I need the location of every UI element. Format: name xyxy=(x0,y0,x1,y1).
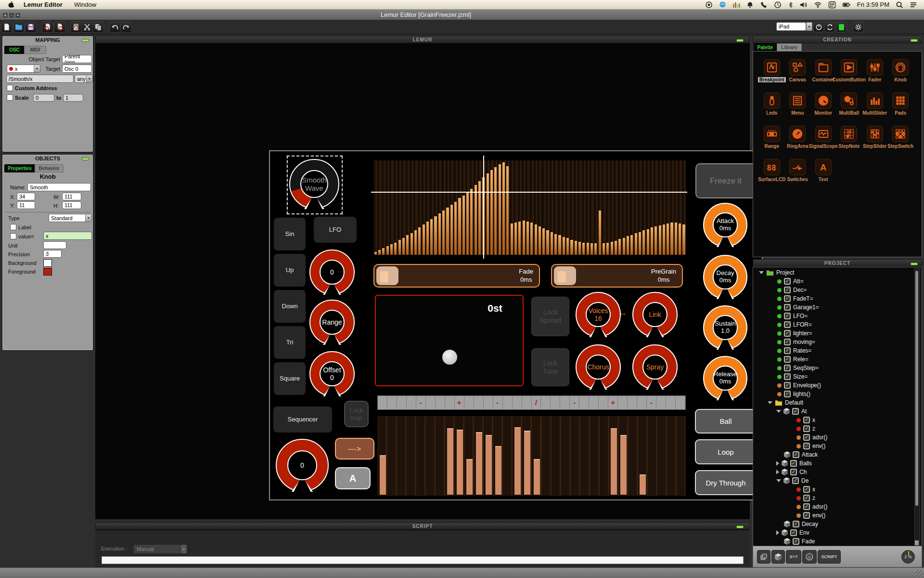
lemur-editor-canvas[interactable]: Fade 0ms PreGrain 0ms 0st Lock Spread Lo… xyxy=(95,43,750,519)
tree-checkbox[interactable]: ✓ xyxy=(784,356,791,363)
tab-palette[interactable]: Palette xyxy=(754,43,777,52)
chevron-down-icon[interactable]: ▼ xyxy=(34,65,40,72)
blue-orb-status-icon[interactable] xyxy=(719,1,726,8)
step-cell[interactable] xyxy=(464,396,474,409)
tree-item-fadet-[interactable]: ✓FadeT= xyxy=(754,294,913,303)
import-jzml-button[interactable] xyxy=(42,21,53,33)
palette-item-canvas[interactable]: Canvas xyxy=(785,59,811,92)
x-input[interactable]: 34 xyxy=(17,193,35,200)
tree-item-at[interactable]: ✓At xyxy=(754,407,913,416)
palette-item-surfacelcd[interactable]: 88SurfaceLCD xyxy=(759,159,785,192)
tree-item-x[interactable]: ✓x xyxy=(754,485,913,494)
unit-input[interactable] xyxy=(43,241,66,249)
window-title-bar[interactable]: x - + Lemur Editor [GrainFreezer.jzml] xyxy=(0,9,924,20)
palette-item-ringarea[interactable]: RingArea xyxy=(785,126,811,159)
value-checkbox[interactable] xyxy=(10,233,16,239)
tree-checkbox[interactable]: ✓ xyxy=(803,495,810,501)
new-file-button[interactable] xyxy=(1,21,13,33)
grain-sequencer-display[interactable] xyxy=(377,416,686,496)
paste-button[interactable] xyxy=(70,21,82,33)
add-object-button[interactable] xyxy=(771,550,785,564)
sin-wave-button[interactable]: Sin xyxy=(274,218,306,250)
step-cell[interactable] xyxy=(407,396,416,409)
metronome-status-icon[interactable] xyxy=(705,1,713,9)
chorus-knob[interactable]: Chorus xyxy=(576,344,621,390)
custom-address-checkbox[interactable] xyxy=(7,85,13,91)
step-cell[interactable] xyxy=(503,396,513,409)
step-cell[interactable] xyxy=(628,396,637,409)
tree-checkbox[interactable]: ✓ xyxy=(784,347,791,354)
palette-item-range[interactable]: Range xyxy=(759,126,785,159)
step-cell[interactable] xyxy=(513,396,522,409)
pregrain-slider-handle[interactable] xyxy=(554,266,576,285)
chevron-down-icon[interactable]: ▼ xyxy=(180,545,187,553)
step-cell[interactable] xyxy=(436,396,445,409)
scale-to-input[interactable]: 1 xyxy=(63,94,83,102)
tree-item-moving-[interactable]: ✓moving= xyxy=(754,338,913,346)
creation-collapse-button[interactable] xyxy=(911,39,918,42)
tri-wave-button[interactable]: Tri xyxy=(274,326,306,359)
step-cell[interactable] xyxy=(676,396,685,409)
a-mode-button[interactable]: A xyxy=(335,467,371,489)
tree-checkbox[interactable]: ✓ xyxy=(784,321,791,328)
expander-closed-icon[interactable] xyxy=(776,530,779,535)
step-cell[interactable] xyxy=(474,396,484,409)
step-cell[interactable]: + xyxy=(608,396,618,409)
pitch-xy-pad[interactable]: 0st xyxy=(375,295,524,386)
step-cell[interactable] xyxy=(397,396,407,409)
tree-item-decay[interactable]: ✓Decay xyxy=(754,520,913,528)
square-wave-button[interactable]: Square xyxy=(274,362,306,395)
tree-checkbox[interactable]: ✓ xyxy=(803,512,810,519)
tree-item-balls[interactable]: ✓Balls xyxy=(754,459,913,468)
loop-button[interactable]: Loop xyxy=(695,439,757,464)
palette-item-switches[interactable]: Switches xyxy=(785,159,811,192)
tree-checkbox[interactable]: ✓ xyxy=(803,434,810,441)
palette-item-pads[interactable]: Pads xyxy=(888,92,914,126)
tree-item-env[interactable]: ✓Env xyxy=(754,528,913,537)
palette-item-multiball[interactable]: MultiBall xyxy=(836,92,862,126)
phone-status-icon[interactable] xyxy=(760,1,768,9)
lfo-amount-knob[interactable]: 0 xyxy=(309,250,355,295)
palette-item-text[interactable]: AText xyxy=(810,159,836,192)
sustain-knob[interactable]: Sustain 1.0 xyxy=(703,305,747,350)
tree-checkbox[interactable]: ✓ xyxy=(784,304,791,311)
menu-clock[interactable]: Fri 3:59 PM xyxy=(857,1,889,8)
tree-item-env-[interactable]: ✓env() xyxy=(754,442,913,450)
chevron-down-icon[interactable]: ▼ xyxy=(85,214,91,222)
lock-tune-button[interactable]: Lock Tune xyxy=(531,348,569,386)
tab-properties[interactable]: Properties xyxy=(4,164,35,172)
step-cell[interactable] xyxy=(551,396,560,409)
add-variable-button[interactable]: X=? xyxy=(786,550,801,564)
tree-checkbox[interactable]: ✓ xyxy=(784,373,791,380)
tree-checkbox[interactable]: ✓ xyxy=(803,486,810,493)
tree-checkbox[interactable]: ✓ xyxy=(790,469,797,475)
scale-from-input[interactable]: 0 xyxy=(33,94,54,102)
step-cell[interactable] xyxy=(387,396,397,409)
undo-button[interactable] xyxy=(109,21,121,33)
spray-knob[interactable]: Spray xyxy=(632,344,678,390)
palette-item-container[interactable]: Container xyxy=(810,59,836,92)
palette-item-leds[interactable]: Leds xyxy=(759,92,785,126)
tree-item-lfo-[interactable]: ✓LFO= xyxy=(754,312,913,320)
apple-menu-icon[interactable] xyxy=(8,1,15,9)
type-select[interactable]: Standard▼ xyxy=(49,214,92,222)
palette-item-custombutton[interactable]: CustomButton xyxy=(836,59,862,92)
tree-item-default[interactable]: Default xyxy=(754,398,913,407)
project-collapse-button[interactable] xyxy=(911,263,918,265)
open-file-button[interactable] xyxy=(13,21,25,33)
tree-checkbox[interactable]: ✓ xyxy=(793,521,799,527)
mapping-collapse-button[interactable] xyxy=(82,39,89,42)
notification-center-icon[interactable] xyxy=(910,1,917,9)
resize-grip[interactable] xyxy=(915,570,923,577)
step-cell[interactable]: / xyxy=(532,396,541,409)
tree-checkbox[interactable]: ✓ xyxy=(784,330,791,337)
ball-button[interactable]: Ball xyxy=(695,409,757,434)
y-input[interactable]: 11 xyxy=(17,201,35,209)
h-input[interactable]: 111 xyxy=(62,201,81,209)
script-text-input[interactable] xyxy=(102,556,744,564)
palette-item-stepswitch[interactable]: StepSwitch xyxy=(888,126,914,159)
tree-item-envelope-[interactable]: ✓Envelope() xyxy=(754,381,913,390)
lfo-button[interactable]: LFO xyxy=(314,217,357,243)
offset-knob[interactable]: Offset 0 xyxy=(309,351,355,396)
grainfreezer-interface[interactable]: Fade 0ms PreGrain 0ms 0st Lock Spread Lo… xyxy=(269,150,763,500)
